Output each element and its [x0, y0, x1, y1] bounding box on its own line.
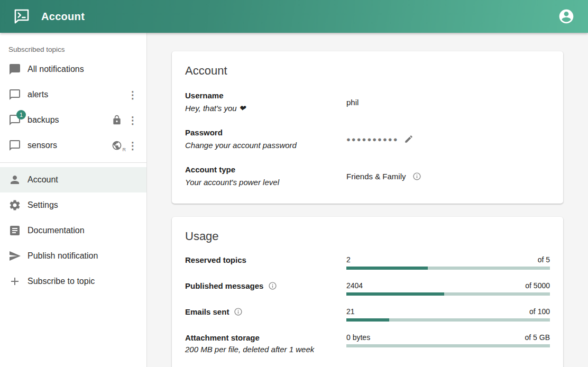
usage-value: 0 bytes — [346, 333, 370, 342]
attachment-storage-label: Attachment storage — [185, 333, 346, 343]
sidebar-item-label: All notifications — [27, 65, 139, 74]
sidebar-item-subscribe-to-topic[interactable]: Subscribe to topic — [0, 269, 146, 294]
usage-row-label: Published messages — [185, 281, 263, 290]
sidebar-item-all-notifications[interactable]: All notifications — [0, 57, 146, 82]
reserved-topics-row: Reserved topics 2 of 5 — [185, 255, 550, 270]
sidebar-item-label: alerts — [27, 90, 126, 99]
gear-icon — [8, 199, 21, 212]
progress-fill — [346, 318, 389, 322]
progress-track — [346, 318, 550, 322]
sidebar: Subscribed topics All notifications aler… — [0, 33, 147, 367]
chat-filled-icon — [8, 63, 21, 76]
usage-card-title: Usage — [185, 230, 550, 243]
chat-outline-icon — [8, 88, 21, 101]
usage-limit: of 100 — [529, 307, 550, 316]
attachment-storage-sublabel: 200 MB per file, deleted after 1 week — [185, 343, 346, 356]
subscribed-topics-label: Subscribed topics — [0, 33, 146, 57]
password-label: Password — [185, 126, 346, 139]
attachment-storage-row: Attachment storage 200 MB per file, dele… — [185, 333, 550, 356]
usage-limit: of 5 — [538, 255, 550, 264]
sidebar-item-label: Documentation — [27, 226, 139, 235]
emails-sent-meter: 21 of 100 — [346, 307, 550, 322]
account-card: Account Username Hey, that's you ❤ phil … — [172, 51, 563, 204]
progress-track — [346, 292, 550, 296]
progress-fill — [346, 267, 428, 270]
usage-row-label: Emails sent — [185, 307, 229, 316]
ntfy-logo-icon — [13, 7, 31, 25]
usage-value: 2404 — [346, 281, 363, 290]
sidebar-item-sensors[interactable]: sensors R ⋮ — [0, 133, 146, 158]
username-value: phil — [346, 98, 550, 107]
sidebar-item-label: Settings — [27, 200, 139, 210]
usage-limit: of 5000 — [525, 281, 550, 290]
app-header: Account — [0, 0, 588, 33]
info-icon[interactable] — [268, 281, 277, 290]
account-menu-button[interactable] — [557, 7, 575, 25]
sidebar-item-label: Subscribe to topic — [27, 277, 139, 286]
progress-fill — [346, 292, 444, 296]
sidebar-item-label: sensors — [27, 141, 112, 150]
reserved-marker-label: R — [123, 147, 126, 152]
lock-icon — [112, 115, 122, 125]
password-sublabel: Change your account password — [185, 139, 346, 152]
person-icon — [8, 173, 21, 186]
edit-password-button[interactable] — [403, 133, 415, 145]
sidebar-item-account[interactable]: Account — [0, 167, 146, 192]
sidebar-item-documentation[interactable]: Documentation — [0, 218, 146, 243]
usage-value: 2 — [346, 255, 351, 264]
unread-count-badge: 1 — [16, 110, 26, 120]
plus-icon — [8, 275, 21, 288]
article-icon — [8, 224, 21, 237]
published-messages-label: Published messages — [185, 281, 346, 291]
password-masked-value: ●●●●●●●●●● — [346, 135, 399, 143]
sidebar-item-publish-notification[interactable]: Publish notification — [0, 243, 146, 269]
chat-outline-icon — [8, 139, 21, 152]
account-card-title: Account — [185, 64, 550, 78]
main-content: Account Username Hey, that's you ❤ phil … — [147, 33, 588, 367]
username-row: Username Hey, that's you ❤ phil — [185, 89, 550, 115]
progress-track — [346, 267, 550, 270]
sidebar-item-label: Account — [27, 175, 139, 185]
info-icon[interactable] — [412, 172, 421, 181]
sidebar-item-settings[interactable]: Settings — [0, 192, 146, 218]
attachment-storage-meter: 0 bytes of 5 GB — [346, 333, 550, 347]
username-sublabel: Hey, that's you ❤ — [185, 102, 346, 115]
account-circle-icon — [558, 8, 575, 25]
topic-menu-button[interactable]: ⋮ — [126, 137, 139, 153]
reserved-globe-icon: R — [112, 140, 122, 151]
chat-outline-icon: 1 — [8, 114, 21, 126]
published-messages-row: Published messages 2404 of 5000 — [185, 281, 550, 296]
sidebar-item-label: Publish notification — [27, 251, 139, 261]
account-type-sublabel: Your account's power level — [185, 176, 346, 189]
sidebar-item-label: backups — [27, 115, 112, 125]
password-row: Password Change your account password ●●… — [185, 126, 550, 152]
usage-card: Usage Reserved topics 2 of 5 Published m… — [172, 217, 563, 367]
emails-sent-label: Emails sent — [185, 307, 346, 317]
account-type-label: Account type — [185, 163, 346, 176]
page-title: Account — [41, 11, 85, 23]
topic-menu-button[interactable]: ⋮ — [126, 112, 139, 128]
topic-menu-button[interactable]: ⋮ — [126, 87, 139, 103]
pencil-icon — [404, 134, 414, 144]
reserved-topics-label: Reserved topics — [185, 255, 346, 265]
emails-sent-row: Emails sent 21 of 100 — [185, 307, 550, 322]
info-icon[interactable] — [234, 307, 243, 316]
account-type-value: Friends & Family — [346, 172, 406, 181]
published-messages-meter: 2404 of 5000 — [346, 281, 550, 296]
usage-value: 21 — [346, 307, 355, 316]
progress-track — [346, 344, 550, 347]
account-type-row: Account type Your account's power level … — [185, 163, 550, 189]
sidebar-divider — [0, 162, 146, 163]
sidebar-item-alerts[interactable]: alerts ⋮ — [0, 82, 146, 107]
username-label: Username — [185, 89, 346, 102]
sidebar-item-backups[interactable]: 1 backups ⋮ — [0, 107, 146, 133]
usage-limit: of 5 GB — [525, 333, 550, 342]
send-icon — [8, 250, 21, 262]
reserved-topics-meter: 2 of 5 — [346, 255, 550, 270]
